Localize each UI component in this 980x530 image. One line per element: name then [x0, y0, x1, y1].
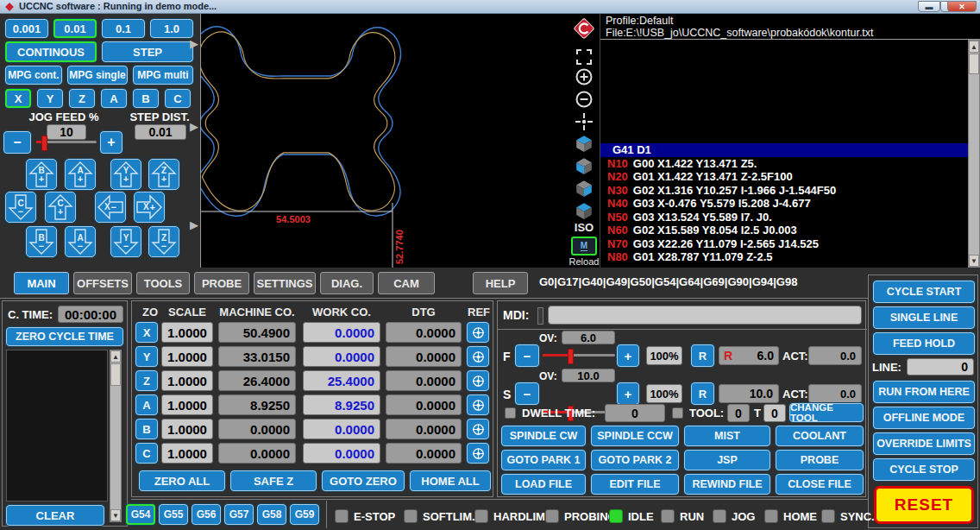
clear-log-button[interactable]: CLEAR — [6, 505, 104, 526]
load-file-button[interactable]: LOAD FILE — [501, 474, 586, 495]
axis-z-button[interactable]: Z — [69, 89, 95, 108]
units-mode-button[interactable]: M — [569, 237, 600, 256]
mdi-history-toggle[interactable] — [537, 307, 543, 325]
g57-offset-button[interactable]: G57 — [224, 504, 254, 525]
rewind-file-button[interactable]: REWIND FILE — [684, 474, 770, 495]
jog-step-button[interactable]: 0.1 — [102, 19, 145, 38]
goto-park2-button[interactable]: GOTO PARK 2 — [591, 450, 679, 470]
jog-c-minus-button[interactable]: C− — [5, 192, 36, 223]
axis-a-button[interactable]: A — [101, 89, 127, 108]
mpg-multi-button[interactable]: MPG multi — [133, 66, 193, 85]
zero-all-button[interactable]: ZERO ALL — [139, 470, 225, 491]
reset-button[interactable]: RESET — [874, 486, 974, 524]
jsp-button[interactable]: JSP — [684, 450, 770, 470]
t-number-field[interactable]: 0 — [763, 404, 786, 422]
dwell-time-field[interactable]: 0 — [605, 404, 665, 422]
jog-y-minus-button[interactable]: Y− — [110, 226, 141, 257]
gcode-line[interactable]: N10G00 X1.422 Y13.471 Z5. — [600, 157, 968, 171]
continuous-mode-button[interactable]: CONTINOUS — [5, 41, 97, 62]
work-y-field[interactable]: 0.0000 — [303, 346, 380, 367]
zoom-out-icon[interactable] — [569, 90, 600, 109]
cycle-start-button[interactable]: CYCLE START — [873, 281, 975, 303]
view-iso-cube-icon[interactable] — [569, 201, 600, 220]
zero-b-button[interactable]: B — [135, 419, 158, 439]
gcode-line[interactable]: N20G01 X1.422 Y13.471 Z-2.5F100 — [600, 170, 968, 184]
work-a-field[interactable]: 8.9250 — [303, 394, 380, 415]
axis-y-button[interactable]: Y — [37, 89, 63, 108]
gcode-scrollbar[interactable]: ▲ ▼ — [968, 40, 980, 268]
safe-z-button[interactable]: SAFE Z — [230, 470, 317, 491]
jog-feed-slider[interactable] — [36, 135, 97, 150]
log-scrollbar[interactable]: ▲ ▼ — [110, 350, 122, 522]
spindle-plus-button[interactable]: + — [617, 382, 639, 405]
jog-feed-minus-button[interactable]: − — [3, 131, 31, 154]
zero-y-button[interactable]: Y — [135, 346, 158, 367]
tab-settings[interactable]: SETTINGS — [254, 272, 316, 294]
override-limits-button[interactable]: OVERRIDE LIMITS — [873, 432, 975, 455]
view-side-cube-icon[interactable] — [569, 179, 600, 198]
close-file-button[interactable]: CLOSE FILE — [776, 474, 864, 495]
zero-cycle-time-button[interactable]: ZERO CYCLE TIME — [6, 327, 123, 346]
fit-view-icon[interactable] — [569, 48, 600, 66]
jog-z-minus-button[interactable]: Z− — [148, 226, 179, 257]
center-view-icon[interactable] — [569, 112, 600, 131]
ref-y-button[interactable] — [467, 346, 489, 367]
tool-checkbox[interactable] — [672, 407, 683, 419]
g54-offset-button[interactable]: G54 — [126, 504, 155, 525]
zoom-in-icon[interactable] — [569, 67, 600, 86]
gcode-line[interactable]: N60G02 X15.589 Y8.054 I2.5 J0.003 — [600, 224, 968, 237]
scroll-up-arrow[interactable]: ▲ — [969, 41, 979, 53]
scroll-down-arrow[interactable]: ▼ — [969, 255, 979, 267]
gcode-line[interactable]: N30G02 X1.316 Y10.257 I-1.966 J-1.544F50 — [600, 184, 968, 198]
dwell-checkbox[interactable] — [505, 407, 516, 419]
feed-override-slider[interactable] — [543, 346, 615, 365]
mpg-cont-button[interactable]: MPG cont. — [5, 66, 62, 85]
reload-label[interactable]: Reload — [569, 256, 600, 267]
gcode-line[interactable]: N70G03 X22.26 Y11.079 I-2.565 J14.525 — [600, 237, 968, 251]
jog-step-button[interactable]: 1.0 — [150, 19, 193, 38]
panel-expander-arrow[interactable]: ▶ — [190, 121, 198, 132]
jog-a-minus-button[interactable]: A− — [65, 226, 96, 257]
work-b-field[interactable]: 0.0000 — [303, 419, 380, 439]
probe-button[interactable]: PROBE — [776, 450, 864, 470]
scroll-thumb[interactable] — [110, 363, 121, 386]
step-dist-value[interactable]: 0.01 — [135, 124, 186, 140]
goto-park1-button[interactable]: GOTO PARK 1 — [501, 450, 586, 470]
work-z-field[interactable]: 25.4000 — [303, 370, 380, 391]
goto-zero-button[interactable]: GOTO ZERO — [322, 470, 405, 491]
work-x-field[interactable]: 0.0000 — [303, 322, 380, 343]
jog-y-plus-button[interactable]: Y+ — [110, 159, 141, 190]
axis-b-button[interactable]: B — [133, 89, 159, 108]
scale-b-field[interactable]: 1.0000 — [161, 419, 213, 439]
jog-b-plus-button[interactable]: B+ — [26, 159, 57, 190]
tool-number-field[interactable]: 0 — [727, 404, 750, 422]
jog-step-button[interactable]: 0.001 — [5, 19, 48, 38]
g55-offset-button[interactable]: G55 — [159, 504, 188, 525]
iso-view-label[interactable]: ISO — [569, 221, 600, 234]
jog-x-plus-button[interactable]: X+ — [134, 192, 165, 223]
edit-file-button[interactable]: EDIT FILE — [591, 474, 679, 495]
ref-b-button[interactable] — [467, 419, 489, 439]
feed-minus-button[interactable]: − — [515, 344, 539, 367]
mpg-single-button[interactable]: MPG single — [67, 66, 128, 85]
scale-z-field[interactable]: 1.0000 — [161, 370, 213, 391]
tab-diag[interactable]: DIAG. — [320, 272, 374, 294]
tab-help[interactable]: HELP — [473, 272, 528, 294]
zero-z-button[interactable]: Z — [135, 370, 158, 391]
scroll-up-arrow[interactable]: ▲ — [110, 350, 121, 363]
zero-x-button[interactable]: X — [135, 322, 158, 343]
tab-probe[interactable]: PROBE — [194, 272, 249, 294]
scroll-thumb[interactable] — [969, 54, 979, 74]
gcode-line[interactable]: N40G03 X-0.476 Y5.579 I5.208 J-4.677 — [600, 197, 968, 211]
axis-x-button[interactable]: X — [5, 89, 31, 108]
scale-a-field[interactable]: 1.0000 — [161, 394, 213, 415]
jog-x-minus-button[interactable]: X− — [95, 192, 126, 223]
jog-z-plus-button[interactable]: Z+ — [148, 159, 179, 190]
scale-y-field[interactable]: 1.0000 — [161, 346, 213, 367]
cycle-stop-button[interactable]: CYCLE STOP — [873, 458, 975, 481]
jog-c-plus-button[interactable]: C+ — [45, 192, 76, 223]
panel-expander-arrow[interactable]: ▶ — [190, 38, 198, 49]
mist-button[interactable]: MIST — [684, 426, 770, 446]
minimize-button[interactable]: ▬ — [918, 1, 940, 12]
tab-cam[interactable]: CAM — [378, 272, 435, 294]
